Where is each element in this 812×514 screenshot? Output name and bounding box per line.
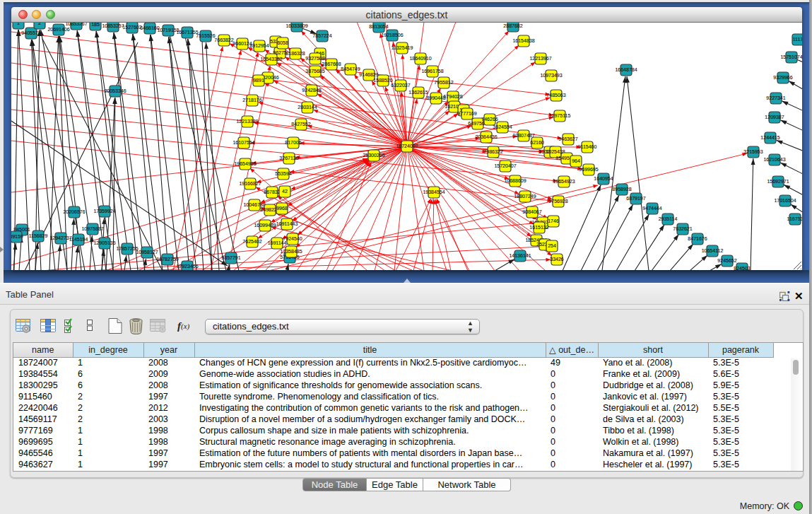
svg-text:964: 964 <box>572 158 580 163</box>
svg-text:11325419: 11325419 <box>392 45 413 50</box>
svg-text:12213967: 12213967 <box>529 56 551 61</box>
svg-text:6322037: 6322037 <box>391 83 410 88</box>
svg-text:10654112: 10654112 <box>702 248 724 253</box>
svg-text:9227341: 9227341 <box>766 95 785 100</box>
svg-text:1746: 1746 <box>548 218 559 223</box>
svg-text:16782759: 16782759 <box>156 257 178 262</box>
svg-text:7986322: 7986322 <box>483 149 502 154</box>
svg-text:17016504: 17016504 <box>774 198 796 203</box>
svg-text:12923466: 12923466 <box>176 264 198 269</box>
svg-text:9242848: 9242848 <box>302 88 321 93</box>
svg-text:25300205: 25300205 <box>363 153 384 158</box>
svg-text:18640910: 18640910 <box>409 56 431 61</box>
svg-text:9474444: 9474444 <box>642 206 661 211</box>
svg-text:20691406: 20691406 <box>47 27 69 32</box>
svg-text:(x): (x) <box>181 322 190 331</box>
svg-text:1145194: 1145194 <box>69 237 88 242</box>
svg-text:3267130: 3267130 <box>279 156 298 160</box>
svg-text:16033809: 16033809 <box>286 23 307 28</box>
svg-text:1588520: 1588520 <box>373 78 392 83</box>
svg-text:1527602: 1527602 <box>122 25 141 30</box>
svg-text:17358485: 17358485 <box>280 249 302 254</box>
svg-text:9463627: 9463627 <box>558 136 577 141</box>
svg-text:1362615: 1362615 <box>408 90 428 95</box>
svg-text:1615132: 1615132 <box>529 225 548 230</box>
svg-text:7625402: 7625402 <box>242 239 261 244</box>
svg-text:7955812: 7955812 <box>434 80 453 85</box>
svg-text:42: 42 <box>282 189 288 194</box>
svg-text:15720407: 15720407 <box>494 163 516 168</box>
svg-text:9146821: 9146821 <box>359 72 378 77</box>
svg-text:20364436: 20364436 <box>475 134 497 139</box>
svg-text:3875685: 3875685 <box>305 69 324 74</box>
svg-text:19654923: 19654923 <box>553 179 575 184</box>
svg-text:16911443: 16911443 <box>276 221 298 226</box>
svg-text:12213389: 12213389 <box>236 119 258 124</box>
svg-text:10958127: 10958127 <box>136 250 158 255</box>
svg-text:8958928: 8958928 <box>612 187 631 192</box>
svg-text:2718176: 2718176 <box>242 98 261 103</box>
svg-text:9891: 9891 <box>253 78 264 83</box>
svg-text:16648784: 16648784 <box>615 67 637 72</box>
svg-text:254: 254 <box>548 243 556 248</box>
svg-text:14136141: 14136141 <box>509 253 531 258</box>
svg-text:9327508: 9327508 <box>305 56 324 61</box>
svg-text:9756928: 9756928 <box>548 199 567 204</box>
svg-text:9084067: 9084067 <box>522 209 541 214</box>
svg-text:2887682: 2887682 <box>503 23 522 28</box>
svg-text:10853257: 10853257 <box>102 23 124 28</box>
svg-text:3624554: 3624554 <box>493 124 512 129</box>
svg-text:16210643: 16210643 <box>763 157 785 162</box>
svg-text:553594: 553594 <box>275 171 291 176</box>
svg-text:10975887: 10975887 <box>81 226 103 231</box>
svg-text:15751074: 15751074 <box>780 54 802 59</box>
svg-text:9115460: 9115460 <box>578 144 597 149</box>
svg-text:10688609: 10688609 <box>504 178 526 183</box>
svg-text:7663822: 7663822 <box>214 37 233 42</box>
svg-text:2867608: 2867608 <box>322 62 341 66</box>
svg-text:7857224: 7857224 <box>312 33 331 38</box>
svg-text:19166827: 19166827 <box>239 181 261 186</box>
svg-text:16671355: 16671355 <box>176 30 198 35</box>
svg-text:9857791: 9857791 <box>221 255 240 260</box>
svg-text:8471676: 8471676 <box>688 236 707 241</box>
svg-text:7632621: 7632621 <box>673 226 692 231</box>
svg-text:7515526: 7515526 <box>196 33 215 38</box>
svg-text:8813054: 8813054 <box>369 24 388 29</box>
svg-text:17857255: 17857255 <box>116 246 138 251</box>
svg-text:18724007: 18724007 <box>396 144 418 148</box>
svg-text:10853267: 10853267 <box>65 23 87 26</box>
svg-text:6794028: 6794028 <box>443 94 462 99</box>
svg-text:8186328: 8186328 <box>286 51 305 56</box>
svg-text:9968: 9968 <box>276 206 288 211</box>
svg-text:16099489: 16099489 <box>254 223 276 228</box>
svg-text:16543382: 16543382 <box>260 57 282 62</box>
svg-text:9699695: 9699695 <box>579 167 598 172</box>
svg-text:19218506: 19218506 <box>381 33 403 37</box>
svg-text:10973493: 10973493 <box>540 73 562 78</box>
svg-text:2803144: 2803144 <box>298 105 317 110</box>
svg-text:1209387: 1209387 <box>765 115 784 119</box>
svg-text:6879197: 6879197 <box>626 196 645 201</box>
svg-text:16154838: 16154838 <box>512 38 534 43</box>
svg-text:16107554: 16107554 <box>233 140 254 145</box>
svg-text:824503: 824503 <box>734 266 750 270</box>
svg-text:62160: 62160 <box>530 140 544 145</box>
svg-text:1156829: 1156829 <box>29 233 48 238</box>
svg-text:8454749: 8454749 <box>341 66 360 71</box>
svg-text:20053346: 20053346 <box>104 88 126 93</box>
svg-text:16961758: 16961758 <box>421 69 443 74</box>
svg-text:19654985: 19654985 <box>234 161 256 166</box>
svg-text:1117: 1117 <box>793 37 802 42</box>
svg-text:8912954: 8912954 <box>249 43 269 48</box>
svg-text:20206576: 20206576 <box>63 209 85 214</box>
svg-text:33426: 33426 <box>550 257 564 262</box>
svg-text:9329966: 9329966 <box>773 75 792 80</box>
svg-text:9245652: 9245652 <box>717 258 736 263</box>
svg-text:3215953: 3215953 <box>743 149 763 154</box>
svg-text:9777169: 9777169 <box>457 111 476 116</box>
svg-text:1691144: 1691144 <box>268 240 287 245</box>
svg-text:185: 185 <box>91 23 100 27</box>
svg-text:18807249: 18807249 <box>514 194 536 199</box>
svg-text:39159: 39159 <box>11 234 23 239</box>
